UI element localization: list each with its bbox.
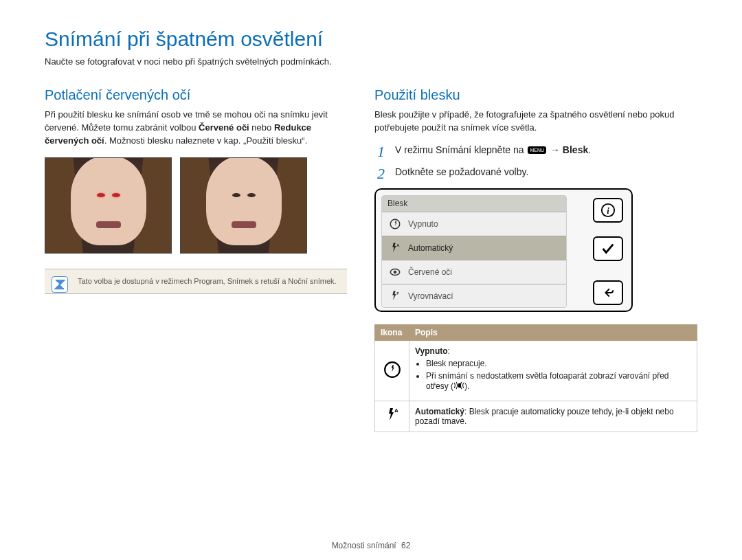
- flash-intro: Blesk použijte v případě, že fotografuje…: [374, 109, 697, 135]
- svg-point-3: [394, 270, 397, 273]
- flash-option-fill-label: Vyrovnávací: [408, 291, 453, 301]
- red-eye-text-post: . Možnosti blesku naleznete v kap. „Použ…: [104, 135, 308, 146]
- red-eye-paragraph: Při použití blesku ke snímání osob ve tm…: [45, 109, 347, 148]
- svg-text:F: F: [396, 291, 399, 295]
- svg-point-0: [390, 219, 400, 229]
- svg-text:i: i: [607, 205, 609, 215]
- menu-icon: MENU: [528, 146, 546, 154]
- step-1-text: V režimu Snímání klepněte na MENU → Bles…: [395, 144, 591, 155]
- flash-description-table: Ikona Popis Vypnuto: Blesk nepracuje. Př…: [374, 324, 697, 432]
- red-eye-icon: [387, 265, 403, 280]
- shake-icon: [453, 381, 464, 392]
- row-auto-icon: A: [375, 401, 409, 432]
- footer-section: Možnosti snímání: [332, 541, 396, 550]
- svg-text:A: A: [396, 243, 400, 247]
- flash-option-redeye[interactable]: Červené oči: [382, 260, 566, 284]
- flash-off-icon: [387, 216, 403, 232]
- row-off-bullet-2: Při snímání s nedostatkem světla fotoapa…: [426, 371, 691, 392]
- back-button[interactable]: [593, 280, 623, 305]
- row-off-icon: [375, 340, 409, 401]
- note-box: Tato volba je dostupná v režimech Progra…: [45, 269, 347, 294]
- step-number-1: 1: [377, 144, 390, 159]
- note-text: Tato volba je dostupná v režimech Progra…: [78, 277, 337, 285]
- flash-auto-icon: A: [387, 240, 403, 256]
- table-header-icon: Ikona: [375, 324, 409, 340]
- heading-flash: Použití blesku: [374, 87, 697, 103]
- page-subtitle: Naučte se fotografovat v noci nebo při š…: [45, 56, 697, 67]
- flash-option-auto-label: Automatický: [408, 243, 453, 253]
- flash-option-auto[interactable]: A Automatický: [382, 236, 566, 260]
- flash-option-off[interactable]: Vypnuto: [382, 212, 566, 236]
- footer-page-number: 62: [401, 541, 410, 550]
- screen-title: Blesk: [382, 196, 566, 212]
- step-number-2: 2: [377, 166, 390, 181]
- photo-fixed: [180, 157, 307, 254]
- flash-option-fill[interactable]: F Vyrovnávací: [382, 284, 566, 308]
- photo-with-red-eye: [45, 157, 172, 254]
- row-off-desc: Vypnuto: Blesk nepracuje. Při snímání s …: [409, 340, 697, 401]
- svg-text:A: A: [394, 407, 398, 414]
- confirm-button[interactable]: [593, 236, 623, 261]
- step-2-text: Dotkněte se požadované volby.: [395, 166, 528, 177]
- row-off-bullet-1: Blesk nepracuje.: [426, 359, 691, 368]
- heading-red-eye: Potlačení červených očí: [45, 87, 347, 103]
- row-auto-desc: Automatický: Blesk pracuje automaticky p…: [409, 401, 697, 432]
- svg-point-7: [385, 362, 400, 377]
- flash-option-redeye-label: Červené oči: [408, 267, 452, 277]
- flash-option-off-label: Vypnuto: [408, 219, 438, 229]
- page-footer: Možnosti snímání 62: [0, 541, 742, 550]
- camera-screen-illustration: Blesk Vypnuto A Automatický: [374, 188, 633, 312]
- red-eye-bold-1: Červené oči: [199, 122, 249, 133]
- info-button[interactable]: i: [593, 198, 623, 223]
- flash-fill-icon: F: [387, 289, 403, 304]
- note-icon: [52, 276, 68, 293]
- page-title: Snímání při špatném osvětlení: [45, 27, 697, 51]
- table-header-desc: Popis: [409, 324, 697, 340]
- red-eye-text-mid: nebo: [249, 122, 274, 133]
- example-photos: [45, 157, 347, 254]
